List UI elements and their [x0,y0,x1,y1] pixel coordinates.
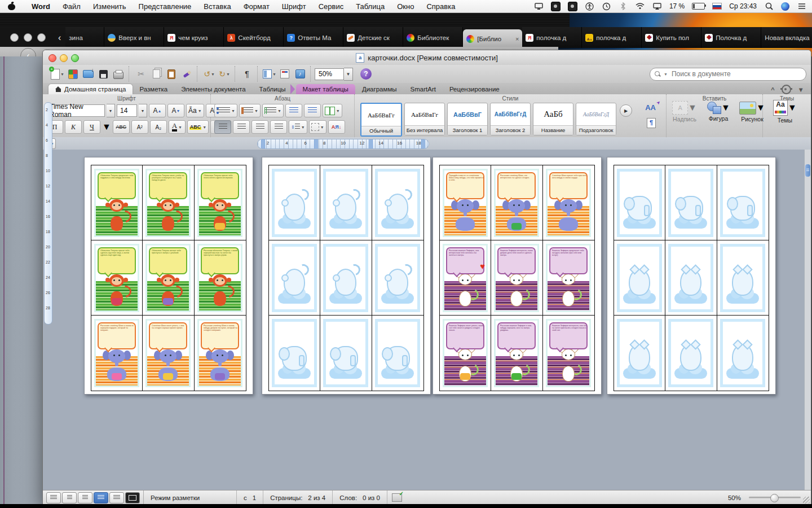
subscript-button[interactable]: А₂ [150,120,167,134]
save-button[interactable] [96,67,110,81]
decrease-indent-button[interactable] [285,104,302,117]
browser-traffic-lights[interactable] [0,27,54,48]
table-cell[interactable]: Расскажи кошечке Зефирке о ком-нибудь хо… [491,316,542,391]
multilevel-list-button[interactable]: ▼ [262,104,284,117]
table-cell[interactable]: Обезьянка Тянучка хочет, чтобы ты улыбну… [143,165,194,240]
zoom-dropdown-icon[interactable]: ▼ [344,68,353,81]
underline-button[interactable]: Ч [83,120,100,134]
ribbon-tab-5[interactable]: Диаграммы [355,84,404,94]
collapse-ribbon-icon[interactable]: ^ [771,86,774,93]
style-heading1[interactable]: АаБбВвГЗаголовок 1 [447,103,488,135]
ribbon-tab-2[interactable]: Элементы документа [174,84,252,94]
zoom-slider[interactable] [749,497,801,498]
table-cell[interactable]: Обезьянка Тянучка просит тебя сделать гр… [91,240,143,316]
font-color-button[interactable]: А▼ [169,120,186,134]
outline-view-button[interactable] [62,492,77,503]
style-heading2[interactable]: АаБбВвГгДЗаголовок 2 [490,103,531,135]
menu-item-2[interactable]: Изменить [93,2,126,11]
page-3[interactable]: Порадуйся вместе со слонёнком Шоко чему-… [433,157,602,395]
format-painter-button[interactable] [180,67,193,81]
ribbon-tab-4[interactable]: Макет таблицы [296,84,355,94]
battery-icon[interactable] [692,3,705,10]
table-cell[interactable]: Обезьянка Тянучка предлагает тебе подума… [91,165,143,240]
browser-tab[interactable]: [Библио× [463,29,522,48]
word-titlebar[interactable]: a карточки.docx [Режим совместимости] [43,50,811,65]
table-cell[interactable]: Кошечка Зефирка хочет узнать, какой сон … [440,316,491,391]
ink-app-icon[interactable] [551,2,561,11]
table-cell[interactable]: Слонёнок Шоко хочет узнать, с кем ты сег… [143,316,194,391]
vertical-ruler[interactable]: 246810121416182022242628 [44,102,52,325]
menu-item-6[interactable]: Шрифт [282,2,306,11]
change-styles-icon[interactable]: AA [645,103,656,112]
table-cell[interactable]: Обезьянка Тянучка просит тебя тепло обня… [195,165,246,240]
tab-scroll-left-icon[interactable]: ‹ [54,27,65,48]
ribbon-tab-3[interactable]: Таблицы [253,84,293,94]
browser-tab[interactable]: Яполочка д [522,27,582,48]
align-right-button[interactable] [251,120,268,134]
accessibility-icon[interactable] [585,2,594,11]
ribbon-tab-0[interactable]: Домашняя страница [48,84,133,94]
page-view-button[interactable]: ▼ [263,67,276,81]
font-name-select[interactable]: Times New Roman [46,104,105,117]
sort-button[interactable]: АЯ↓ [328,120,345,134]
keyboard-layout-flag-icon[interactable] [712,3,722,10]
numbering-button[interactable]: ▼ [239,104,261,117]
style-normal[interactable]: АаБбВвГгОбычный [360,103,402,137]
superscript-button[interactable]: А² [131,120,148,134]
document-area[interactable]: Обезьянка Тянучка предлагает тебе подума… [43,150,811,491]
vertical-scrollbar[interactable] [804,150,811,491]
underline-caret-icon[interactable]: ▼ [102,122,111,132]
resize-grip[interactable] [803,497,810,503]
columns-button[interactable]: ▼ [323,104,342,117]
increase-indent-button[interactable] [304,104,321,117]
bullets-button[interactable]: ▼ [214,104,237,117]
browser-tab[interactable]: Новая вкладка [761,27,812,48]
gear-caret-icon[interactable]: ▼ [798,86,804,93]
table-cell[interactable]: Расскажи обезьянке Тянучке, с какой хоро… [195,240,246,316]
highlight-button[interactable]: ABC▼ [187,120,209,134]
draft-view-button[interactable] [46,492,61,503]
spotlight-icon[interactable] [764,2,774,11]
italic-button[interactable]: К [65,120,82,134]
menu-item-9[interactable]: Окно [397,2,414,11]
bluetooth-icon[interactable] [619,2,628,11]
ribbon-tab-7[interactable]: Рецензирование [443,84,506,94]
search-input[interactable] [670,69,801,78]
ribbon-tab-6[interactable]: SmartArt [404,84,443,94]
spellcheck-status-icon[interactable] [392,493,402,502]
browser-tab[interactable]: зина [65,27,104,48]
browser-tab[interactable]: ❖Купить пол [642,27,701,48]
browser-tab[interactable]: Детские ск [343,27,403,48]
table-cell[interactable]: Порадуйся вместе со слонёнком Шоко чему-… [440,165,491,240]
grow-font-button[interactable]: А▲ [149,104,166,117]
strikethrough-button[interactable]: ABC [113,120,130,134]
media-browser-button[interactable]: ♪ [293,67,307,81]
notification-center-icon[interactable] [797,2,806,11]
toolbox-button[interactable] [278,67,292,81]
horizontal-ruler[interactable]: 24681012141618 [257,139,429,149]
font-name-caret-icon[interactable]: ▼ [107,104,115,117]
show-paragraph-marks-button[interactable]: ¶ [240,67,254,81]
gallery-button[interactable] [66,67,80,81]
table-cell[interactable] [717,316,769,391]
time-machine-icon[interactable] [602,2,611,11]
ribbon-tab-1[interactable]: Разметка [133,84,174,94]
grab-app-icon[interactable] [568,2,577,11]
table-cell[interactable] [665,316,717,391]
table-cell[interactable] [320,240,372,316]
browser-tab[interactable]: Ячем круиз [164,27,224,48]
table-cell[interactable] [614,165,665,240]
style-subtitle[interactable]: АаБбВвГгДПодзаголовок [576,103,616,135]
table-cell[interactable]: Расскажи кошечке Зефирке, чем интересным… [440,240,491,316]
ribbon-settings-gear-icon[interactable] [782,85,791,94]
print-button[interactable] [112,67,125,81]
page-1[interactable]: Обезьянка Тянучка предлагает тебе подума… [84,157,253,395]
browser-tab[interactable]: Библиотек [403,27,463,48]
table-cell[interactable] [372,165,423,240]
new-document-button[interactable]: ▼ [51,67,64,81]
menubar-clock[interactable]: Ср 23:43 [729,2,757,10]
more-styles-button[interactable]: ▶ [620,104,632,117]
insert-shape-button[interactable]: ▼Фигура [704,102,733,122]
section-indicator[interactable]: с1 [237,491,263,505]
airplay-icon[interactable] [652,2,662,11]
